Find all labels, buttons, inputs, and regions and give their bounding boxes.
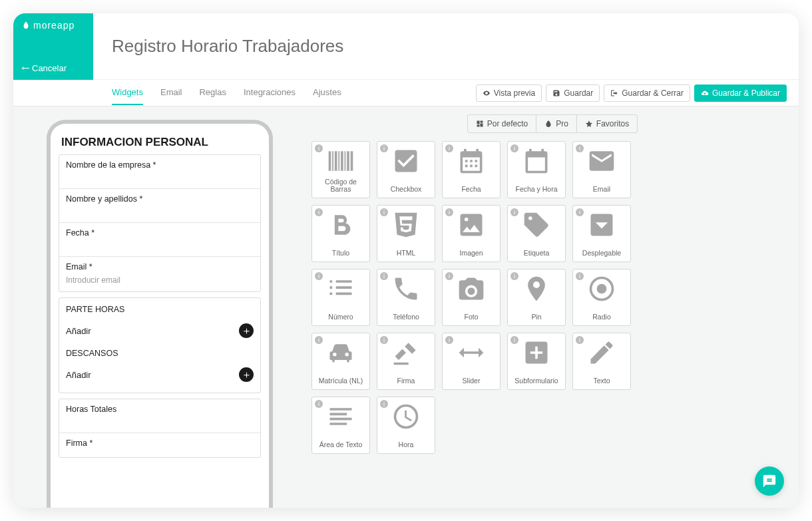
info-icon[interactable]: i [380,272,388,280]
info-icon[interactable]: i [576,272,584,280]
widget-textarea[interactable]: i Área de Texto [311,397,370,454]
info-icon[interactable]: i [315,272,323,280]
fields-card-2: Horas Totales Firma * [59,399,261,458]
save-publish-button[interactable]: Guardar & Publicar [694,85,787,102]
info-icon[interactable]: i [380,336,388,344]
save-publish-label: Guardar & Publicar [712,88,780,98]
field-label: Nombre y apellidos * [66,194,254,204]
widget-title[interactable]: i Título [311,205,370,262]
tab-widgets[interactable]: Widgets [112,81,143,105]
widget-label: Foto [464,313,478,321]
widget-pin[interactable]: i Pin [507,269,566,326]
widget-label: Texto [593,377,610,385]
widget-label: Checkbox [391,186,422,194]
widget-label: Área de Texto [319,441,363,449]
info-icon[interactable]: i [445,336,453,344]
brand-name: moreapp [33,20,75,31]
info-icon[interactable]: i [510,336,518,344]
field-name[interactable]: Nombre y apellidos * [59,189,260,223]
info-icon[interactable]: i [380,400,388,408]
widget-radio[interactable]: i Radio [572,269,631,326]
widget-date[interactable]: i Fecha [442,141,501,198]
preview-button[interactable]: Vista previa [476,85,542,102]
widget-datetime[interactable]: i Fecha y Hora [507,141,566,198]
add-label: Añadir [66,326,91,336]
header-row: moreapp 🡐 Cancelar Registro Horario Trab… [13,13,799,80]
widget-tab-pro[interactable]: Pro [536,115,577,132]
gavel-icon [391,337,421,368]
save-button[interactable]: Guardar [546,85,600,102]
calendar-icon [456,146,487,176]
info-icon[interactable]: i [315,336,323,344]
widget-number[interactable]: i Número [311,269,370,326]
info-icon[interactable]: i [576,144,584,152]
widget-email[interactable]: i Email [572,141,631,198]
info-icon[interactable]: i [510,208,518,216]
widget-dropdown[interactable]: i Desplegable [572,205,631,262]
leaf-icon [544,120,552,128]
widget-slider[interactable]: i Slider [442,333,501,390]
section-title: DESCANSOS [66,349,254,358]
widget-signature[interactable]: i Firma [377,333,435,390]
info-icon[interactable]: i [510,272,518,280]
add-button[interactable]: ＋ [239,367,254,382]
info-icon[interactable]: i [445,208,453,216]
widget-time[interactable]: i Hora [377,397,435,454]
add-button[interactable]: ＋ [239,323,254,338]
bold-icon [325,210,356,240]
tab-integrations[interactable]: Integraciones [244,81,296,105]
exit-icon [610,89,618,97]
chat-fab[interactable] [755,466,784,496]
widget-label[interactable]: i Etiqueta [507,205,566,262]
widget-image[interactable]: i Imagen [442,205,501,262]
widget-tab-default[interactable]: Por defecto [468,115,536,132]
widget-barcode[interactable]: i Código de Barras [311,141,370,198]
info-icon[interactable]: i [445,144,453,152]
add-row: Añadir ＋ [66,323,254,342]
add-label: Añadir [66,370,91,380]
widget-label: Firma [397,377,415,385]
info-icon[interactable]: i [380,208,388,216]
title-block: Registro Horario Trabajadores [93,13,799,80]
info-icon[interactable]: i [315,400,323,408]
field-firma[interactable]: Firma * [59,433,260,457]
tab-rules[interactable]: Reglas [199,81,226,105]
field-email[interactable]: Email * Introducir email [59,257,260,291]
info-icon[interactable]: i [576,208,584,216]
page-title: Registro Horario Trabajadores [112,36,343,57]
widget-label: Número [328,313,353,321]
content-area: INFORMACION PERSONAL Nombre de la empres… [13,106,799,508]
widget-checkbox[interactable]: i Checkbox [377,141,435,198]
section-parte-horas: PARTE HORAS Añadir ＋ DESCANSOS Añadir ＋ [59,297,261,393]
app-window: moreapp 🡐 Cancelar Registro Horario Trab… [13,13,799,508]
action-buttons: Vista previa Guardar Guardar & Cerrar Gu… [476,85,787,102]
tag-icon [521,210,552,240]
widget-palette: Por defecto Pro Favoritos i Código de Ba… [306,106,799,508]
widget-text[interactable]: i Texto [572,333,631,390]
widget-tab-favorites[interactable]: Favoritos [577,115,637,132]
tab-label: Por defecto [487,119,528,128]
widget-label: Fecha [461,186,481,194]
save-close-button[interactable]: Guardar & Cerrar [604,85,690,102]
fields-card: Nombre de la empresa * Nombre y apellido… [59,154,261,292]
field-date[interactable]: Fecha * [59,223,260,257]
tab-email[interactable]: Email [160,81,182,105]
info-icon[interactable]: i [445,272,453,280]
widget-license-plate[interactable]: i Matrícula (NL) [311,333,370,390]
widget-subform[interactable]: i Subformulario [507,333,566,390]
field-label: Email * [66,262,254,271]
info-icon[interactable]: i [510,144,518,152]
info-icon[interactable]: i [576,336,584,344]
cancel-link[interactable]: 🡐 Cancelar [21,63,85,73]
field-company[interactable]: Nombre de la empresa * [59,155,260,189]
calendar-blank-icon [521,146,552,176]
widget-phone[interactable]: i Teléfono [377,269,435,326]
tab-settings[interactable]: Ajustes [313,81,341,105]
field-label: Nombre de la empresa * [66,160,254,170]
widget-photo[interactable]: i Foto [442,269,501,326]
info-icon[interactable]: i [380,144,388,152]
widget-html[interactable]: i HTML [377,205,435,262]
info-icon[interactable]: i [315,208,323,216]
info-icon[interactable]: i [315,144,323,152]
field-horas-totales[interactable]: Horas Totales [59,399,260,433]
